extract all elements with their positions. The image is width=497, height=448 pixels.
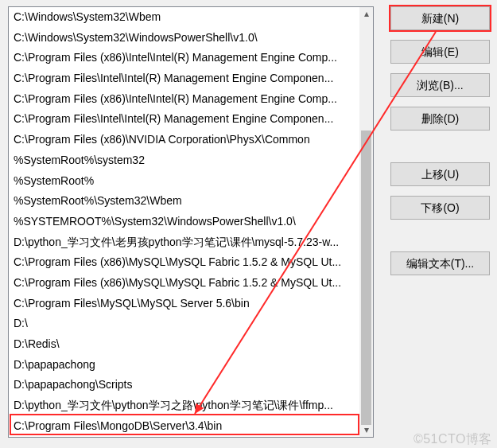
list-item[interactable]: C:\Program Files\MySQL\MySQL Server 5.6\… bbox=[9, 294, 373, 314]
edit-button[interactable]: 编辑(E) bbox=[390, 40, 490, 64]
delete-button[interactable]: 删除(D) bbox=[390, 107, 490, 131]
button-column: 新建(N) 编辑(E) 浏览(B)... 删除(D) 上移(U) 下移(O) 编… bbox=[390, 6, 490, 285]
browse-button[interactable]: 浏览(B)... bbox=[390, 73, 490, 97]
list-item[interactable]: C:\Program Files (x86)\MySQL\MySQL Fabri… bbox=[9, 273, 373, 294]
list-item[interactable]: C:\Program Files\MongoDB\Server\3.4\bin bbox=[9, 416, 373, 437]
list-item[interactable]: D:\ bbox=[9, 314, 373, 334]
list-item[interactable]: C:\Program Files (x86)\Intel\Intel(R) Ma… bbox=[9, 89, 373, 110]
list-item[interactable]: C:\Program Files\Intel\Intel(R) Manageme… bbox=[9, 109, 373, 130]
list-item[interactable]: C:\Windows\System32\Wbem bbox=[9, 7, 373, 28]
watermark-text: ©51CTO博客 bbox=[414, 431, 492, 448]
list-item[interactable]: %SYSTEMROOT%\System32\WindowsPowerShell\… bbox=[9, 212, 373, 232]
list-item[interactable]: %SystemRoot%\System32\Wbem bbox=[9, 191, 373, 212]
list-inner: C:\Windows\System32\Wbem C:\Windows\Syst… bbox=[9, 7, 373, 437]
list-item[interactable]: C:\Program Files\Intel\Intel(R) Manageme… bbox=[9, 68, 373, 89]
list-item[interactable]: C:\Windows\System32\WindowsPowerShell\v1… bbox=[9, 28, 373, 49]
scroll-thumb[interactable] bbox=[361, 131, 371, 425]
path-listbox[interactable]: C:\Windows\System32\Wbem C:\Windows\Syst… bbox=[8, 6, 374, 438]
list-item[interactable]: %SystemRoot% bbox=[9, 171, 373, 192]
vertical-scrollbar[interactable]: ▴ ▾ bbox=[359, 7, 373, 437]
list-item[interactable]: C:\Program Files (x86)\Intel\Intel(R) Ma… bbox=[9, 48, 373, 68]
list-item[interactable]: D:\papapachong\Scripts bbox=[9, 375, 373, 395]
list-item[interactable]: D:\python_学习文件\python学习之路\python学习笔记\课件\… bbox=[9, 395, 373, 416]
list-item[interactable]: D:\Redis\ bbox=[9, 334, 373, 355]
scroll-up-arrow-icon[interactable]: ▴ bbox=[359, 7, 373, 21]
new-button[interactable]: 新建(N) bbox=[390, 6, 490, 30]
list-item[interactable]: D:\papapachong bbox=[9, 355, 373, 376]
dialog-content: C:\Windows\System32\Wbem C:\Windows\Syst… bbox=[0, 0, 497, 448]
list-item[interactable]: %SystemRoot%\system32 bbox=[9, 150, 373, 171]
list-item[interactable]: C:\Program Files (x86)\MySQL\MySQL Fabri… bbox=[9, 252, 373, 273]
edit-text-button[interactable]: 编辑文本(T)... bbox=[390, 251, 490, 275]
scroll-down-arrow-icon[interactable]: ▾ bbox=[359, 423, 373, 437]
move-up-button[interactable]: 上移(U) bbox=[390, 162, 490, 186]
move-down-button[interactable]: 下移(O) bbox=[390, 196, 490, 220]
list-item[interactable]: D:\python_学习文件\老男孩python学习笔记\课件\mysql-5.… bbox=[9, 232, 373, 253]
list-item[interactable]: C:\Program Files (x86)\NVIDIA Corporatio… bbox=[9, 130, 373, 150]
